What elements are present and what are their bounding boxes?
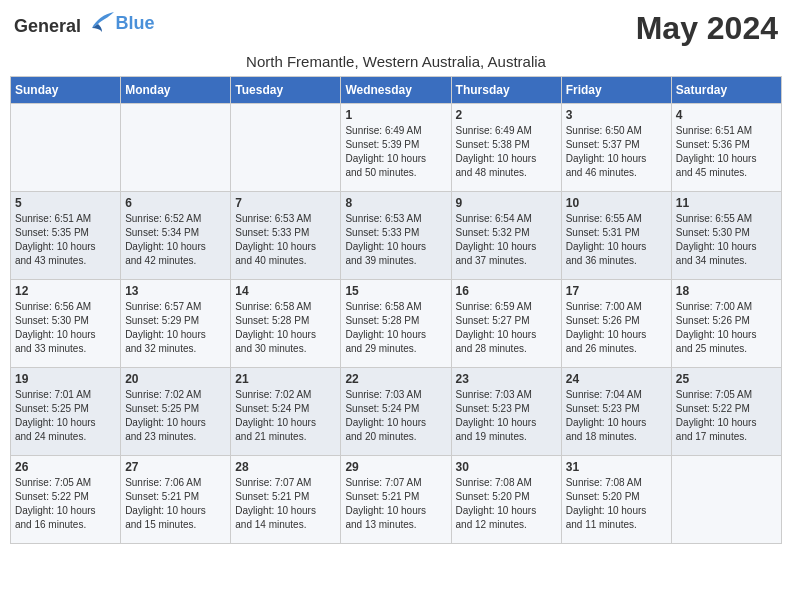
day-info: Sunrise: 7:03 AM Sunset: 5:23 PM Dayligh… bbox=[456, 388, 557, 444]
calendar-cell: 28Sunrise: 7:07 AM Sunset: 5:21 PM Dayli… bbox=[231, 456, 341, 544]
calendar-cell: 30Sunrise: 7:08 AM Sunset: 5:20 PM Dayli… bbox=[451, 456, 561, 544]
calendar-cell: 12Sunrise: 6:56 AM Sunset: 5:30 PM Dayli… bbox=[11, 280, 121, 368]
calendar-cell: 10Sunrise: 6:55 AM Sunset: 5:31 PM Dayli… bbox=[561, 192, 671, 280]
day-number: 6 bbox=[125, 196, 226, 210]
day-number: 29 bbox=[345, 460, 446, 474]
day-info: Sunrise: 6:59 AM Sunset: 5:27 PM Dayligh… bbox=[456, 300, 557, 356]
calendar-week-row: 5Sunrise: 6:51 AM Sunset: 5:35 PM Daylig… bbox=[11, 192, 782, 280]
day-number: 18 bbox=[676, 284, 777, 298]
day-info: Sunrise: 7:05 AM Sunset: 5:22 PM Dayligh… bbox=[676, 388, 777, 444]
day-info: Sunrise: 7:00 AM Sunset: 5:26 PM Dayligh… bbox=[676, 300, 777, 356]
day-number: 7 bbox=[235, 196, 336, 210]
day-info: Sunrise: 7:02 AM Sunset: 5:25 PM Dayligh… bbox=[125, 388, 226, 444]
day-number: 5 bbox=[15, 196, 116, 210]
calendar-table: SundayMondayTuesdayWednesdayThursdayFrid… bbox=[10, 76, 782, 544]
day-info: Sunrise: 6:58 AM Sunset: 5:28 PM Dayligh… bbox=[345, 300, 446, 356]
calendar-week-row: 19Sunrise: 7:01 AM Sunset: 5:25 PM Dayli… bbox=[11, 368, 782, 456]
day-number: 25 bbox=[676, 372, 777, 386]
day-number: 30 bbox=[456, 460, 557, 474]
calendar-header-sunday: Sunday bbox=[11, 77, 121, 104]
day-info: Sunrise: 7:08 AM Sunset: 5:20 PM Dayligh… bbox=[566, 476, 667, 532]
day-number: 28 bbox=[235, 460, 336, 474]
day-info: Sunrise: 6:49 AM Sunset: 5:38 PM Dayligh… bbox=[456, 124, 557, 180]
day-number: 13 bbox=[125, 284, 226, 298]
calendar-cell: 6Sunrise: 6:52 AM Sunset: 5:34 PM Daylig… bbox=[121, 192, 231, 280]
calendar-cell: 4Sunrise: 6:51 AM Sunset: 5:36 PM Daylig… bbox=[671, 104, 781, 192]
day-info: Sunrise: 7:07 AM Sunset: 5:21 PM Dayligh… bbox=[345, 476, 446, 532]
calendar-cell: 17Sunrise: 7:00 AM Sunset: 5:26 PM Dayli… bbox=[561, 280, 671, 368]
calendar-header-wednesday: Wednesday bbox=[341, 77, 451, 104]
day-number: 8 bbox=[345, 196, 446, 210]
day-info: Sunrise: 6:53 AM Sunset: 5:33 PM Dayligh… bbox=[235, 212, 336, 268]
calendar-week-row: 12Sunrise: 6:56 AM Sunset: 5:30 PM Dayli… bbox=[11, 280, 782, 368]
day-number: 12 bbox=[15, 284, 116, 298]
day-number: 4 bbox=[676, 108, 777, 122]
calendar-cell: 27Sunrise: 7:06 AM Sunset: 5:21 PM Dayli… bbox=[121, 456, 231, 544]
day-number: 14 bbox=[235, 284, 336, 298]
day-number: 23 bbox=[456, 372, 557, 386]
calendar-cell: 18Sunrise: 7:00 AM Sunset: 5:26 PM Dayli… bbox=[671, 280, 781, 368]
logo: General Blue bbox=[14, 10, 155, 37]
day-info: Sunrise: 7:06 AM Sunset: 5:21 PM Dayligh… bbox=[125, 476, 226, 532]
day-number: 21 bbox=[235, 372, 336, 386]
day-info: Sunrise: 6:54 AM Sunset: 5:32 PM Dayligh… bbox=[456, 212, 557, 268]
day-number: 2 bbox=[456, 108, 557, 122]
day-info: Sunrise: 6:52 AM Sunset: 5:34 PM Dayligh… bbox=[125, 212, 226, 268]
logo-bird-icon bbox=[88, 10, 116, 32]
day-number: 11 bbox=[676, 196, 777, 210]
day-info: Sunrise: 7:01 AM Sunset: 5:25 PM Dayligh… bbox=[15, 388, 116, 444]
day-info: Sunrise: 6:49 AM Sunset: 5:39 PM Dayligh… bbox=[345, 124, 446, 180]
calendar-cell: 5Sunrise: 6:51 AM Sunset: 5:35 PM Daylig… bbox=[11, 192, 121, 280]
day-info: Sunrise: 7:00 AM Sunset: 5:26 PM Dayligh… bbox=[566, 300, 667, 356]
calendar-week-row: 26Sunrise: 7:05 AM Sunset: 5:22 PM Dayli… bbox=[11, 456, 782, 544]
day-info: Sunrise: 7:08 AM Sunset: 5:20 PM Dayligh… bbox=[456, 476, 557, 532]
calendar-body: 1Sunrise: 6:49 AM Sunset: 5:39 PM Daylig… bbox=[11, 104, 782, 544]
day-info: Sunrise: 7:03 AM Sunset: 5:24 PM Dayligh… bbox=[345, 388, 446, 444]
calendar-cell: 2Sunrise: 6:49 AM Sunset: 5:38 PM Daylig… bbox=[451, 104, 561, 192]
day-info: Sunrise: 6:55 AM Sunset: 5:30 PM Dayligh… bbox=[676, 212, 777, 268]
day-number: 15 bbox=[345, 284, 446, 298]
calendar-cell: 15Sunrise: 6:58 AM Sunset: 5:28 PM Dayli… bbox=[341, 280, 451, 368]
calendar-cell bbox=[121, 104, 231, 192]
calendar-cell: 22Sunrise: 7:03 AM Sunset: 5:24 PM Dayli… bbox=[341, 368, 451, 456]
calendar-cell bbox=[671, 456, 781, 544]
day-info: Sunrise: 6:56 AM Sunset: 5:30 PM Dayligh… bbox=[15, 300, 116, 356]
day-number: 24 bbox=[566, 372, 667, 386]
calendar-cell: 9Sunrise: 6:54 AM Sunset: 5:32 PM Daylig… bbox=[451, 192, 561, 280]
calendar-header-thursday: Thursday bbox=[451, 77, 561, 104]
logo-general: General bbox=[14, 16, 81, 36]
calendar-cell: 20Sunrise: 7:02 AM Sunset: 5:25 PM Dayli… bbox=[121, 368, 231, 456]
header: General Blue May 2024 bbox=[10, 10, 782, 47]
title-area: May 2024 bbox=[636, 10, 778, 47]
day-number: 3 bbox=[566, 108, 667, 122]
calendar-cell: 1Sunrise: 6:49 AM Sunset: 5:39 PM Daylig… bbox=[341, 104, 451, 192]
calendar-cell: 29Sunrise: 7:07 AM Sunset: 5:21 PM Dayli… bbox=[341, 456, 451, 544]
month-year-title: May 2024 bbox=[636, 10, 778, 47]
day-info: Sunrise: 6:53 AM Sunset: 5:33 PM Dayligh… bbox=[345, 212, 446, 268]
calendar-cell: 7Sunrise: 6:53 AM Sunset: 5:33 PM Daylig… bbox=[231, 192, 341, 280]
day-number: 10 bbox=[566, 196, 667, 210]
day-info: Sunrise: 6:50 AM Sunset: 5:37 PM Dayligh… bbox=[566, 124, 667, 180]
calendar-cell: 31Sunrise: 7:08 AM Sunset: 5:20 PM Dayli… bbox=[561, 456, 671, 544]
day-number: 1 bbox=[345, 108, 446, 122]
day-info: Sunrise: 6:51 AM Sunset: 5:36 PM Dayligh… bbox=[676, 124, 777, 180]
calendar-cell: 26Sunrise: 7:05 AM Sunset: 5:22 PM Dayli… bbox=[11, 456, 121, 544]
calendar-cell: 23Sunrise: 7:03 AM Sunset: 5:23 PM Dayli… bbox=[451, 368, 561, 456]
day-number: 22 bbox=[345, 372, 446, 386]
day-info: Sunrise: 6:55 AM Sunset: 5:31 PM Dayligh… bbox=[566, 212, 667, 268]
day-number: 19 bbox=[15, 372, 116, 386]
day-info: Sunrise: 7:07 AM Sunset: 5:21 PM Dayligh… bbox=[235, 476, 336, 532]
calendar-header-monday: Monday bbox=[121, 77, 231, 104]
calendar-cell: 25Sunrise: 7:05 AM Sunset: 5:22 PM Dayli… bbox=[671, 368, 781, 456]
day-info: Sunrise: 6:51 AM Sunset: 5:35 PM Dayligh… bbox=[15, 212, 116, 268]
day-number: 16 bbox=[456, 284, 557, 298]
day-info: Sunrise: 7:02 AM Sunset: 5:24 PM Dayligh… bbox=[235, 388, 336, 444]
day-number: 27 bbox=[125, 460, 226, 474]
calendar-header-row: SundayMondayTuesdayWednesdayThursdayFrid… bbox=[11, 77, 782, 104]
day-number: 26 bbox=[15, 460, 116, 474]
calendar-cell: 19Sunrise: 7:01 AM Sunset: 5:25 PM Dayli… bbox=[11, 368, 121, 456]
day-info: Sunrise: 6:58 AM Sunset: 5:28 PM Dayligh… bbox=[235, 300, 336, 356]
calendar-cell: 8Sunrise: 6:53 AM Sunset: 5:33 PM Daylig… bbox=[341, 192, 451, 280]
logo-blue: Blue bbox=[116, 13, 155, 33]
calendar-cell: 3Sunrise: 6:50 AM Sunset: 5:37 PM Daylig… bbox=[561, 104, 671, 192]
